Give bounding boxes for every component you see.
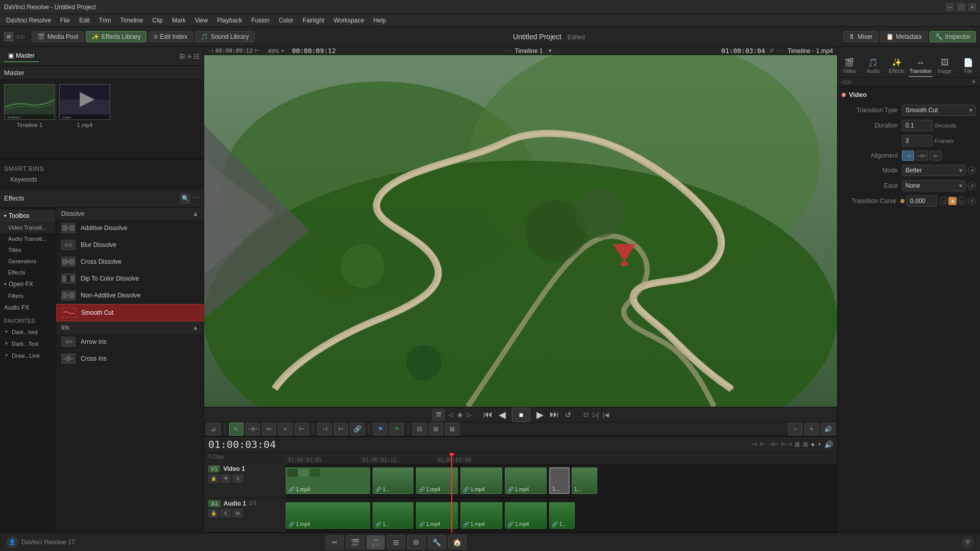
smooth-cut-item[interactable]: Smooth Cut [56, 304, 204, 321]
arrow-iris-item[interactable]: Arrow Iris [56, 334, 204, 350]
menu-davinci[interactable]: DaVinci Resolve [2, 16, 55, 25]
menu-workspace[interactable]: Workspace [330, 16, 369, 25]
zoom-timeline-in[interactable]: + [804, 422, 819, 436]
volume-btn[interactable]: 🔊 [821, 422, 835, 436]
tl-ctrl-5[interactable]: ⊠ [795, 441, 800, 448]
align-right-btn[interactable]: ⊢ [929, 151, 942, 161]
a1-solo-btn[interactable]: S [220, 509, 231, 517]
lift-overwrite[interactable]: ⊣ [317, 422, 332, 436]
retime-tool[interactable]: ⊢ [295, 422, 309, 436]
additive-dissolve-item[interactable]: Additive Dissolve [56, 220, 204, 237]
sound-library-tab[interactable]: 🎵 Sound Library [195, 31, 255, 42]
flag-btn[interactable]: ⚑ [373, 422, 387, 436]
zoom-timeline-out[interactable]: − [788, 422, 802, 436]
inspector-prev-btn[interactable]: ◁ [842, 79, 846, 85]
v1-clip-2[interactable]: 🔗 1... [373, 467, 413, 494]
mode-dropdown[interactable]: Better [902, 165, 966, 176]
a1-clip-4[interactable]: 🔗 1.mp4 [460, 502, 502, 529]
menu-timeline[interactable]: Timeline [116, 16, 147, 25]
cross-iris-item[interactable]: Cross Iris [56, 350, 204, 367]
v1-lock-btn[interactable]: 🔒 [208, 474, 218, 483]
tab-file[interactable]: 📄 File [957, 56, 980, 77]
color-flag[interactable]: ⚑ [389, 422, 404, 436]
align-left-btn[interactable]: ⊣ [902, 151, 914, 161]
link-unlink[interactable]: 🔗 [350, 422, 364, 436]
menu-fusion[interactable]: Fusion [247, 16, 274, 25]
edit-index-tab[interactable]: ≡ Edit Index [149, 31, 193, 42]
filter-btn[interactable]: ⊟ [193, 52, 200, 60]
play-back-btn[interactable]: ◀ [499, 409, 506, 420]
inspector-next-btn[interactable]: ▷ [848, 79, 852, 85]
fav-dark-hird[interactable]: ✦ Dark...hird [0, 326, 56, 338]
v1-clip-1[interactable]: 🔗 1.mp4 [286, 467, 370, 494]
media-thumb[interactable]: 1.mp4 1.mp4 [59, 84, 110, 154]
last-frame-btn[interactable]: |◀ [603, 411, 609, 418]
go-to-end-btn[interactable]: ⏭ [550, 409, 559, 420]
nav-color-btn[interactable]: ⚙ [407, 535, 426, 549]
effects-search-btn[interactable]: 🔍 [180, 193, 190, 204]
dip-to-color-item[interactable]: Dip To Color Dissolve [56, 270, 204, 287]
v1-clip-4[interactable]: 🔗 1.mp4 [460, 467, 502, 494]
master-pool-tab[interactable]: ▣ Master [4, 50, 39, 62]
tl-ctrl-8[interactable]: + [818, 441, 821, 448]
loop-btn[interactable]: ◉ [457, 411, 462, 418]
menu-help[interactable]: Help [369, 16, 390, 25]
a1-mute-btn[interactable]: M [233, 509, 243, 517]
iris-collapse-icon[interactable]: ▲ [192, 324, 199, 331]
tl-ctrl-1[interactable]: ⊣ [752, 441, 757, 448]
tab-effects[interactable]: ✨ Effects [885, 56, 909, 77]
video-transitions-category[interactable]: Video Transiti... [0, 222, 56, 233]
menu-playback[interactable]: Playback [213, 16, 246, 25]
cut-tool[interactable]: ✂ [262, 422, 276, 436]
tab-transition[interactable]: ↔ Transition [909, 56, 933, 77]
effects-category[interactable]: Effects [0, 267, 56, 278]
tl-ctrl-2[interactable]: ⊢ [760, 441, 765, 448]
next-frame-btn[interactable]: ⊢ [255, 47, 260, 54]
toolbox-category[interactable]: ▾ Toolbox [0, 210, 56, 222]
refresh-icon[interactable]: ↺ [769, 47, 774, 54]
a1-clip-5[interactable]: 🔗 1.mp4 [505, 502, 547, 529]
next-clip-btn[interactable]: ▷ [467, 411, 471, 418]
tab-image[interactable]: 🖼 Image [933, 56, 956, 77]
close-button[interactable]: ✕ [969, 4, 976, 11]
clip-icon[interactable]: 🎬 [432, 409, 445, 421]
window-controls[interactable]: — □ ✕ [946, 4, 976, 11]
nav-media-btn[interactable]: ✂ [326, 535, 344, 549]
preview-more-icon[interactable]: ⋯ [778, 47, 783, 54]
menu-view[interactable]: View [191, 16, 212, 25]
settings-icon[interactable]: ⚙ [962, 536, 974, 548]
user-avatar[interactable]: 👤 [6, 536, 18, 548]
mode-reset-btn[interactable]: ↺ [968, 166, 976, 174]
blur-dissolve-item[interactable]: Blur Dissolve [56, 237, 204, 254]
v1-eye-btn[interactable]: 👁 [220, 474, 231, 483]
timeline-thumb[interactable]: Timeline 1 Timeline 1 [4, 84, 55, 154]
smooth-tool[interactable]: ≈ [278, 422, 292, 436]
effects-menu-btn[interactable]: ⋯ [192, 193, 200, 204]
volume-control[interactable]: 🔊 [824, 440, 833, 448]
frames-value[interactable]: 3 [902, 135, 933, 146]
tl-ctrl-7[interactable]: ● [811, 441, 815, 448]
grid-view-btn[interactable]: ⊞ [179, 52, 185, 60]
snap-btn[interactable]: ⊟ [412, 422, 427, 436]
nav-fairlight-btn[interactable]: 🔧 [428, 535, 446, 549]
maximize-button[interactable]: □ [958, 4, 965, 11]
ease-dropdown[interactable]: None [902, 180, 966, 191]
fav-draw-line[interactable]: ✦ Draw...Line [0, 349, 56, 361]
minimize-button[interactable]: — [946, 4, 953, 11]
effects-library-tab[interactable]: ✨ Effects Library [86, 31, 146, 42]
transition-type-dropdown[interactable]: Smooth Cut [902, 105, 976, 116]
select-tool[interactable]: ⊿ [206, 422, 220, 436]
menu-color[interactable]: Color [275, 16, 298, 25]
open-fx-category[interactable]: ▾ Open FX [0, 278, 56, 290]
curve-prev-key[interactable]: ◁ [939, 197, 947, 205]
keywords-bin[interactable]: Keywords [4, 174, 200, 185]
tab-audio[interactable]: 🎵 Audio [861, 56, 885, 77]
nav-fusion-btn[interactable]: ⊞ [387, 535, 405, 549]
v1-mute-btn[interactable]: S [233, 474, 243, 483]
tl-ctrl-6[interactable]: ⊞ [803, 441, 808, 448]
nav-deliver-btn[interactable]: 🏠 [448, 535, 467, 549]
fav-dark-text[interactable]: ✦ Dark...Text [0, 338, 56, 349]
cross-dissolve-item[interactable]: Cross Dissolve [56, 254, 204, 270]
go-to-start-btn[interactable]: ⏮ [483, 409, 493, 420]
inspector-close-btn[interactable]: ✕ [971, 79, 976, 85]
